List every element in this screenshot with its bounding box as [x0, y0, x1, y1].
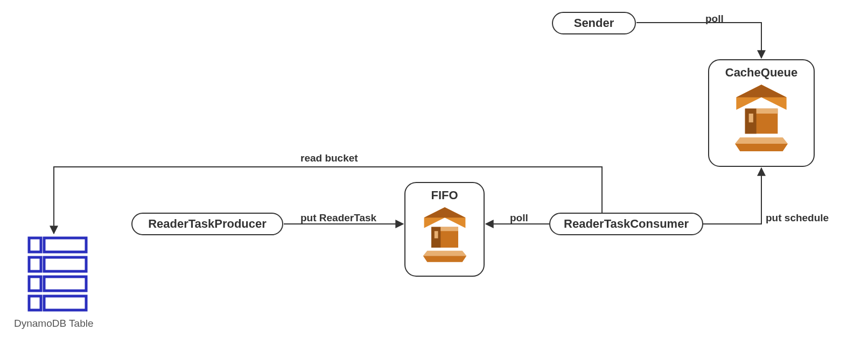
dynamodb-table-icon — [26, 235, 89, 315]
svg-rect-12 — [434, 231, 438, 238]
node-readertaskconsumer: ReaderTaskConsumer — [549, 213, 703, 235]
svg-marker-7 — [735, 144, 788, 151]
edge-label-consumer-to-cache: put schedule — [766, 212, 829, 224]
svg-rect-23 — [44, 296, 86, 310]
connectors-layer — [0, 0, 868, 351]
node-cachequeue-label: CacheQueue — [717, 66, 806, 80]
svg-rect-22 — [29, 296, 41, 310]
edge-consumer-to-cachequeue — [692, 168, 761, 224]
svg-rect-5 — [757, 109, 778, 114]
svg-rect-4 — [749, 114, 753, 122]
svg-rect-16 — [29, 238, 41, 252]
node-cachequeue: CacheQueue — [708, 59, 815, 167]
svg-rect-20 — [29, 277, 41, 291]
svg-rect-21 — [44, 277, 86, 291]
node-dynamodb-label: DynamoDB Table — [14, 318, 94, 329]
svg-marker-1 — [736, 85, 786, 97]
svg-marker-9 — [424, 207, 465, 217]
node-dynamodb — [26, 235, 89, 315]
node-sender: Sender — [552, 12, 636, 34]
node-sender-label: Sender — [574, 16, 614, 30]
edge-label-sender-to-cache: poll — [705, 13, 724, 25]
node-fifo: FIFO — [404, 182, 485, 277]
node-fifo-label: FIFO — [413, 188, 476, 202]
node-readertaskconsumer-label: ReaderTaskConsumer — [564, 217, 689, 231]
edge-sender-to-cachequeue — [636, 23, 761, 58]
edge-label-producer-to-fifo: put ReaderTask — [300, 212, 376, 224]
svg-rect-13 — [440, 227, 458, 231]
edge-label-consumer-to-fifo: poll — [510, 212, 528, 224]
svg-rect-19 — [44, 257, 86, 271]
sqs-icon — [730, 80, 793, 155]
node-readertaskproducer: ReaderTaskProducer — [131, 213, 283, 235]
node-readertaskproducer-label: ReaderTaskProducer — [148, 217, 267, 231]
svg-marker-15 — [423, 256, 466, 262]
sqs-icon — [419, 202, 471, 266]
edge-label-consumer-to-dynamo: read bucket — [300, 152, 358, 164]
svg-marker-14 — [423, 251, 466, 256]
svg-rect-18 — [29, 257, 41, 271]
svg-marker-6 — [735, 137, 788, 144]
svg-rect-17 — [44, 238, 86, 252]
